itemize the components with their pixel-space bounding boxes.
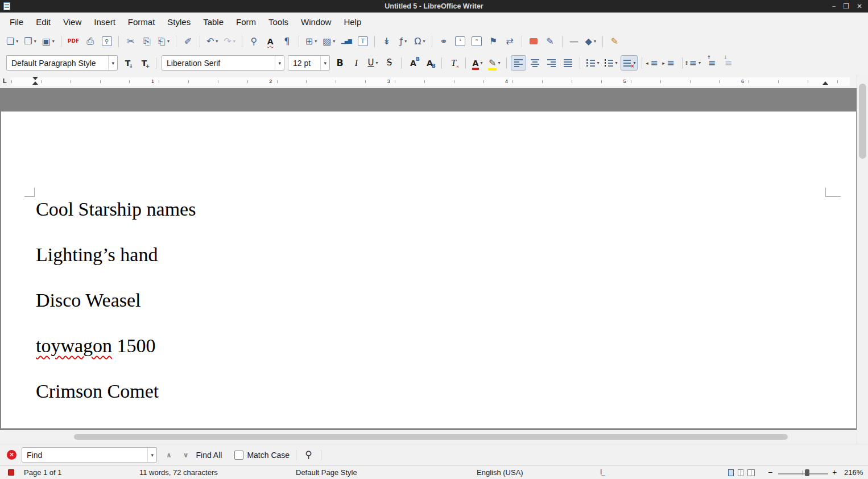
basic-shapes-button[interactable]: ◆▾ bbox=[583, 34, 598, 49]
dropdown-arrow-icon[interactable]: ▾ bbox=[52, 39, 55, 44]
redo-button[interactable]: ↷▾ bbox=[221, 34, 237, 49]
increase-paragraph-spacing-button[interactable]: ≡↑ bbox=[704, 55, 720, 71]
dropdown-arrow-icon[interactable]: ▾ bbox=[167, 39, 170, 44]
paragraph[interactable]: Disco Weasel bbox=[36, 289, 824, 312]
zoom-out-button[interactable]: − bbox=[768, 466, 772, 479]
highlight-color-button[interactable]: ✎▾ bbox=[486, 55, 502, 71]
find-input[interactable]: Find ▾ bbox=[22, 447, 157, 463]
menu-view[interactable]: View bbox=[57, 14, 88, 30]
chevron-down-icon[interactable]: ▾ bbox=[147, 448, 156, 462]
search-icon[interactable]: ⚲ bbox=[303, 449, 314, 461]
print-button[interactable]: ⎙ bbox=[82, 34, 98, 49]
paragraph-style-combo[interactable]: Default Paragraph Style▾ bbox=[6, 55, 118, 71]
close-icon[interactable]: ✕ bbox=[857, 2, 862, 10]
subscript-button[interactable]: AB bbox=[422, 55, 437, 71]
dropdown-arrow-icon[interactable]: ▾ bbox=[480, 60, 482, 65]
align-justify-button[interactable] bbox=[560, 55, 576, 71]
open-button[interactable]: ❒▾ bbox=[22, 34, 38, 49]
insert-line-button[interactable]: — bbox=[567, 34, 582, 49]
find-all-button[interactable]: Find All bbox=[196, 451, 222, 460]
endnote-button[interactable]: ⁿ bbox=[469, 34, 485, 49]
new-document-button[interactable]: ❏▾ bbox=[4, 34, 20, 49]
paste-button[interactable]: ⎗▾ bbox=[156, 34, 172, 49]
superscript-button[interactable]: AB bbox=[406, 55, 421, 71]
menu-format[interactable]: Format bbox=[122, 14, 162, 30]
menu-help[interactable]: Help bbox=[337, 14, 367, 30]
menu-file[interactable]: File bbox=[3, 14, 30, 30]
line-spacing-button[interactable]: ≡↕▾ bbox=[687, 55, 702, 71]
copy-button[interactable]: ⎘ bbox=[139, 34, 155, 49]
new-style-button[interactable]: T+ bbox=[137, 55, 152, 71]
bookmark-button[interactable]: ⚑ bbox=[486, 34, 501, 49]
formatting-marks-button[interactable]: ¶ bbox=[279, 34, 295, 49]
dropdown-arrow-icon[interactable]: ▾ bbox=[333, 39, 335, 44]
page-count[interactable]: Page 1 of 1 bbox=[24, 466, 62, 479]
track-changes-button[interactable]: ✎ bbox=[543, 34, 558, 49]
spelling-button[interactable]: A bbox=[263, 34, 278, 49]
vertical-scrollbar[interactable] bbox=[857, 75, 868, 444]
vertical-scrollbar-thumb[interactable] bbox=[859, 84, 866, 159]
paragraph[interactable]: Crimson Comet bbox=[36, 380, 824, 403]
special-character-button[interactable]: Ω▾ bbox=[412, 34, 427, 49]
menu-edit[interactable]: Edit bbox=[30, 14, 57, 30]
document-page[interactable]: Cool Starship namesLighting’s handDisco … bbox=[1, 112, 856, 428]
clone-formatting-button[interactable]: ✐ bbox=[180, 34, 196, 49]
clear-formatting-button[interactable]: T× bbox=[446, 55, 461, 71]
page-style[interactable]: Default Page Style bbox=[296, 466, 357, 479]
hyperlink-button[interactable]: ⚭ bbox=[436, 34, 452, 49]
find-previous-button[interactable]: ∧ bbox=[162, 451, 176, 459]
ruler-band[interactable]: 123456 bbox=[11, 77, 850, 86]
ruler[interactable]: L 123456 bbox=[0, 75, 857, 88]
align-right-button[interactable] bbox=[544, 55, 559, 71]
chevron-down-icon[interactable]: ▾ bbox=[108, 56, 117, 70]
font-name-combo[interactable]: Liberation Serif▾ bbox=[162, 55, 284, 71]
zoom-slider[interactable] bbox=[778, 473, 828, 474]
align-center-button[interactable] bbox=[527, 55, 543, 71]
insert-table-button[interactable]: ⊞▾ bbox=[303, 34, 319, 49]
draw-functions-button[interactable]: ✎ bbox=[607, 34, 622, 49]
word-count[interactable]: 11 words, 72 characters bbox=[139, 466, 218, 479]
insert-field-button[interactable]: ƒ▾ bbox=[395, 34, 411, 49]
document-text[interactable]: Cool Starship namesLighting’s handDisco … bbox=[36, 198, 824, 426]
minimize-icon[interactable]: − bbox=[832, 2, 836, 10]
align-left-button[interactable] bbox=[511, 55, 526, 71]
font-size-combo[interactable]: 12 pt▾ bbox=[288, 55, 330, 71]
zoom-level[interactable]: 216% bbox=[844, 466, 863, 479]
dropdown-arrow-icon[interactable]: ▾ bbox=[16, 39, 18, 44]
dropdown-arrow-icon[interactable]: ▾ bbox=[404, 39, 407, 44]
underline-button[interactable]: U▾ bbox=[365, 55, 381, 71]
dropdown-arrow-icon[interactable]: ▾ bbox=[34, 39, 36, 44]
find-replace-button[interactable]: ⚲ bbox=[246, 34, 262, 49]
dropdown-arrow-icon[interactable]: ▾ bbox=[594, 39, 596, 44]
dropdown-arrow-icon[interactable]: ▾ bbox=[498, 60, 500, 65]
paragraph[interactable]: toywagon 1500 bbox=[36, 335, 824, 357]
multi-page-view-icon[interactable] bbox=[738, 469, 743, 476]
paragraph[interactable]: Cool Starship names bbox=[36, 198, 824, 221]
menu-form[interactable]: Form bbox=[230, 14, 262, 30]
menu-window[interactable]: Window bbox=[295, 14, 337, 30]
zoom-in-button[interactable]: + bbox=[832, 466, 837, 479]
insert-image-button[interactable]: ▨▾ bbox=[320, 34, 337, 49]
dropdown-arrow-icon[interactable]: ▾ bbox=[233, 39, 235, 44]
text-language[interactable]: English (USA) bbox=[477, 466, 523, 479]
print-preview-button[interactable]: ⚲ bbox=[99, 34, 114, 49]
page-break-button[interactable]: ↡ bbox=[379, 34, 394, 49]
insert-textbox-button[interactable]: T bbox=[355, 34, 370, 49]
zoom-slider-thumb[interactable] bbox=[805, 469, 809, 476]
decrease-paragraph-spacing-button[interactable]: ≡↓ bbox=[721, 55, 736, 71]
left-indent-marker[interactable] bbox=[32, 81, 38, 85]
cross-reference-button[interactable]: ⇄ bbox=[502, 34, 518, 49]
undo-button[interactable]: ↶▾ bbox=[204, 34, 220, 49]
chevron-down-icon[interactable]: ▾ bbox=[275, 56, 284, 70]
cut-button[interactable]: ✂ bbox=[123, 34, 138, 49]
right-indent-marker[interactable] bbox=[822, 81, 828, 85]
menu-table[interactable]: Table bbox=[197, 14, 230, 30]
chevron-down-icon[interactable]: ▾ bbox=[320, 56, 329, 70]
dropdown-arrow-icon[interactable]: ▾ bbox=[698, 60, 701, 65]
document-modified-icon[interactable] bbox=[8, 469, 14, 476]
first-line-indent-marker[interactable] bbox=[32, 77, 38, 80]
menu-insert[interactable]: Insert bbox=[88, 14, 122, 30]
close-find-bar-button[interactable]: ✕ bbox=[7, 450, 16, 460]
selection-mode-icon[interactable]: I_ bbox=[600, 466, 605, 479]
paragraph[interactable]: Lighting’s hand bbox=[36, 243, 824, 266]
